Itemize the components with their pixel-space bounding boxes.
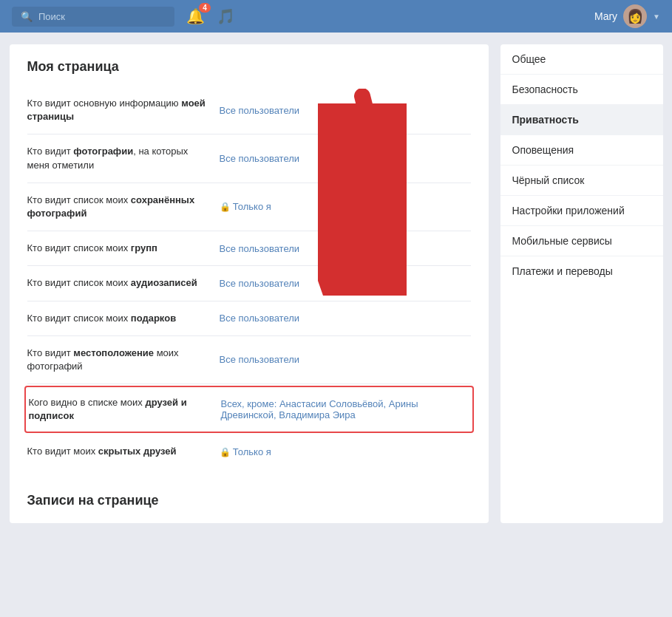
row-photos-tagged-label: Кто видит фотографии, на которых меня от… — [27, 145, 220, 171]
row-gifts: Кто видит список моих подарков Все польз… — [27, 301, 471, 336]
music-icon-wrap[interactable]: 🎵 — [217, 7, 235, 25]
search-box[interactable]: 🔍 Поиск — [12, 7, 174, 27]
row-location-value[interactable]: Все пользователи — [220, 354, 471, 365]
row-location-label: Кто видит местоположение моих фотографий — [27, 347, 220, 373]
my-page-section-title: Моя страница — [27, 59, 471, 75]
main-container: Моя страница Кто видит основную информац… — [4, 44, 669, 523]
row-main-info-label: Кто видит основную информацию моей стран… — [27, 97, 220, 123]
row-groups-label: Кто видит список моих групп — [27, 242, 220, 255]
content-area: Моя страница Кто видит основную информац… — [10, 44, 489, 523]
posts-section-title: Записи на странице — [27, 487, 471, 508]
sidebar-item-mobile[interactable]: Мобильные сервисы — [500, 226, 663, 256]
row-hidden-friends: Кто видит моих скрытых друзей Только я — [27, 434, 471, 468]
sidebar-item-apps[interactable]: Настройки приложений — [500, 196, 663, 226]
row-friends-list-value[interactable]: Всех, кроме: Анастасии Соловьёвой, Арины… — [221, 398, 469, 420]
row-main-info-value[interactable]: Все пользователи — [220, 105, 471, 116]
row-friends-list-label: Кого видно в списке моих друзей и подпис… — [29, 396, 221, 423]
sidebar-item-privacy[interactable]: Приватность — [500, 105, 663, 135]
sidebar-item-general[interactable]: Общее — [500, 44, 663, 75]
sidebar-item-security[interactable]: Безопасность — [500, 75, 663, 105]
privacy-rows-list: Кто видит основную информацию моей стран… — [27, 86, 471, 469]
row-hidden-friends-value[interactable]: Только я — [220, 446, 471, 457]
chevron-down-icon: ▼ — [653, 13, 660, 21]
user-menu[interactable]: Mary 👩 ▼ — [594, 4, 660, 28]
header-icons: 🔔 4 🎵 — [186, 7, 235, 25]
user-name-label: Mary — [594, 10, 617, 22]
search-icon: 🔍 — [21, 11, 33, 22]
row-audio-value[interactable]: Все пользователи — [220, 278, 471, 289]
notifications-badge: 4 — [199, 3, 211, 13]
row-saved-photos-label: Кто видит список моих сохранённых фотогр… — [27, 194, 220, 220]
row-friends-list: Кого видно в списке моих друзей и подпис… — [24, 386, 474, 433]
sidebar-item-payments[interactable]: Платежи и переводы — [500, 256, 663, 286]
row-location: Кто видит местоположение моих фотографий… — [27, 336, 471, 384]
sidebar-item-notifications[interactable]: Оповещения — [500, 135, 663, 166]
search-placeholder: Поиск — [38, 11, 65, 22]
row-photos-tagged: Кто видит фотографии, на которых меня от… — [27, 134, 471, 183]
row-saved-photos: Кто видит список моих сохранённых фотогр… — [27, 183, 471, 231]
header: 🔍 Поиск 🔔 4 🎵 Mary 👩 ▼ — [0, 0, 672, 33]
row-hidden-friends-label: Кто видит моих скрытых друзей — [27, 445, 220, 458]
row-main-info: Кто видит основную информацию моей стран… — [27, 86, 471, 134]
avatar-emoji: 👩 — [627, 8, 643, 24]
music-icon: 🎵 — [217, 7, 235, 25]
row-gifts-label: Кто видит список моих подарков — [27, 312, 220, 325]
notifications-bell[interactable]: 🔔 4 — [186, 7, 205, 25]
avatar: 👩 — [623, 4, 647, 28]
posts-section: Записи на странице — [27, 487, 471, 508]
sidebar: Общее Безопасность Приватность Оповещени… — [500, 44, 663, 523]
row-groups: Кто видит список моих групп Все пользова… — [27, 231, 471, 266]
row-photos-tagged-value[interactable]: Все пользователи — [220, 153, 471, 164]
row-groups-value[interactable]: Все пользователи — [220, 243, 471, 254]
row-audio: Кто видит список моих аудиозаписей Все п… — [27, 266, 471, 301]
row-gifts-value[interactable]: Все пользователи — [220, 313, 471, 324]
sidebar-item-blacklist[interactable]: Чёрный список — [500, 166, 663, 196]
row-saved-photos-value[interactable]: Только я — [220, 201, 471, 212]
row-audio-label: Кто видит список моих аудиозаписей — [27, 276, 220, 290]
